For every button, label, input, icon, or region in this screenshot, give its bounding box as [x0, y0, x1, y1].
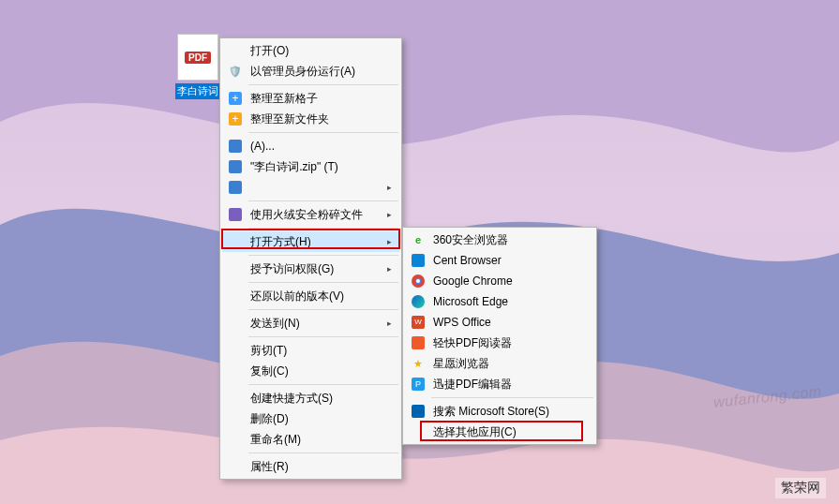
menu-rename[interactable]: 重命名(M) — [222, 429, 399, 450]
archive-icon — [228, 180, 243, 195]
app-cent-browser[interactable]: Cent Browser — [405, 250, 594, 271]
shield-icon: 🛡️ — [228, 64, 243, 79]
separator — [248, 255, 398, 256]
app-microsoft-edge[interactable]: Microsoft Edge — [405, 291, 594, 312]
separator — [431, 397, 593, 398]
separator — [248, 452, 398, 453]
menu-archive-submenu[interactable] — [222, 177, 399, 198]
menu-properties[interactable]: 属性(R) — [222, 456, 399, 477]
site-label: 繁荣网 — [775, 478, 826, 498]
open-with-submenu: e 360安全浏览器 Cent Browser Google Chrome Mi… — [402, 227, 597, 445]
separator — [248, 84, 398, 85]
menu-search-store[interactable]: 搜索 Microsoft Store(S) — [405, 401, 594, 422]
shredder-icon — [228, 207, 243, 222]
svg-point-2 — [416, 279, 420, 283]
menu-tidy-new-folder[interactable]: + 整理至新文件夹 — [222, 109, 399, 129]
menu-cut[interactable]: 剪切(T) — [222, 340, 399, 361]
qkpdf-icon — [411, 335, 426, 350]
archive-icon — [228, 159, 243, 174]
chrome-icon — [411, 274, 426, 289]
store-icon — [411, 404, 426, 419]
app-google-chrome[interactable]: Google Chrome — [405, 271, 594, 291]
menu-delete[interactable]: 删除(D) — [222, 408, 399, 429]
star-icon: ★ — [411, 356, 426, 371]
app-xingyuan-browser[interactable]: ★ 星愿浏览器 — [405, 353, 594, 374]
menu-send-to[interactable]: 发送到(N) — [222, 313, 399, 334]
menu-zip-name[interactable]: "李白诗词.zip" (T) — [222, 156, 399, 177]
watermark: wufanrong.com — [712, 383, 822, 411]
separator — [248, 132, 398, 133]
menu-open-with[interactable]: 打开方式(H) — [222, 231, 399, 252]
menu-restore-previous[interactable]: 还原以前的版本(V) — [222, 286, 399, 306]
cent-icon — [411, 253, 426, 268]
menu-create-shortcut[interactable]: 创建快捷方式(S) — [222, 388, 399, 408]
separator — [248, 282, 398, 283]
separator — [248, 200, 398, 201]
wps-icon: W — [411, 315, 426, 330]
menu-choose-other-app[interactable]: 选择其他应用(C) — [405, 422, 594, 442]
edge-icon — [411, 294, 426, 309]
plus-icon: + — [228, 91, 243, 106]
app-wps-office[interactable]: W WPS Office — [405, 312, 594, 333]
ie-e-icon: e — [411, 232, 426, 247]
folder-plus-icon: + — [228, 111, 243, 126]
app-qk-pdf-reader[interactable]: 轻快PDF阅读器 — [405, 333, 594, 353]
app-xunjie-pdf-editor[interactable]: P 迅捷PDF编辑器 — [405, 374, 594, 394]
context-menu: 打开(O) 🛡️ 以管理员身份运行(A) + 整理至新格子 + 整理至新文件夹 … — [219, 37, 402, 480]
separator — [248, 309, 398, 310]
pdf-badge: PDF — [185, 52, 211, 64]
desktop-pdf-file[interactable]: PDF 李白诗词 — [169, 34, 227, 102]
separator — [248, 384, 398, 385]
menu-a-ellipsis[interactable]: (A)... — [222, 136, 399, 156]
menu-copy[interactable]: 复制(C) — [222, 361, 399, 381]
menu-open[interactable]: 打开(O) — [222, 40, 399, 61]
app-360-browser[interactable]: e 360安全浏览器 — [405, 230, 594, 250]
file-label: 李白诗词 — [175, 83, 220, 99]
archive-icon — [228, 139, 243, 154]
menu-shred[interactable]: 使用火绒安全粉碎文件 — [222, 204, 399, 225]
menu-run-as-admin[interactable]: 🛡️ 以管理员身份运行(A) — [222, 61, 399, 82]
pdf-file-icon: PDF — [177, 34, 218, 81]
menu-grant-access[interactable]: 授予访问权限(G) — [222, 259, 399, 279]
menu-tidy-new-format[interactable]: + 整理至新格子 — [222, 88, 399, 109]
xunjie-icon: P — [411, 377, 426, 392]
separator — [248, 228, 398, 229]
separator — [248, 336, 398, 337]
